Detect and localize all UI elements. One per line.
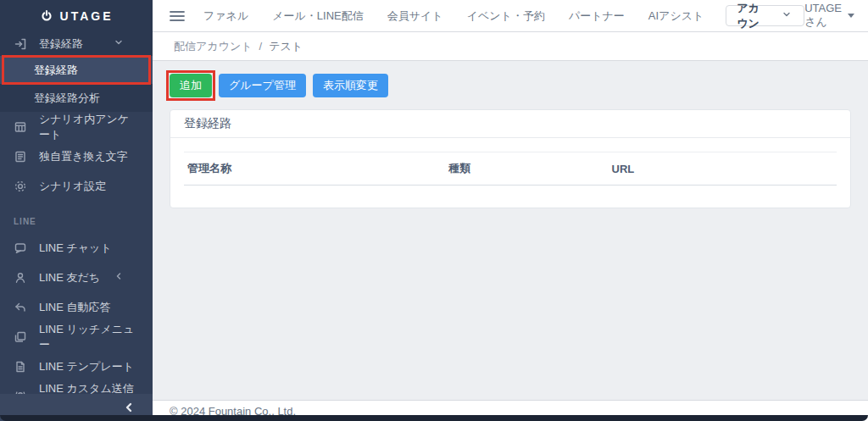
chevron-down-icon	[782, 9, 795, 23]
sidebar-item-line-rich-menu[interactable]: LINE リッチメニュー	[0, 322, 153, 352]
sidebar-item-line-chat[interactable]: LINE チャット	[0, 233, 153, 263]
nav-link-funnel[interactable]: ファネル	[203, 8, 248, 24]
sidebar-item-registration-route[interactable]: 登録経路	[0, 32, 153, 56]
sidebar-item-scenario-settings[interactable]: シナリオ設定	[0, 171, 153, 201]
app-window: UTAGE 登録経路 登録経路 登録経路分析	[0, 0, 868, 421]
sidebar-subitem-label: 登録経路分析	[34, 91, 100, 106]
caret-down-icon	[848, 14, 854, 18]
registration-route-table: 管理名称 種類 URL	[184, 152, 837, 186]
breadcrumb: 配信アカウント / テスト	[153, 32, 868, 61]
person-icon	[14, 271, 27, 285]
sidebar-item-scenario-survey[interactable]: シナリオ内アンケート	[0, 112, 153, 141]
layers-icon	[14, 330, 27, 344]
sidebar-item-line-friends[interactable]: LINE 友だち	[0, 263, 153, 292]
nav-link-ai-assist[interactable]: AIアシスト	[648, 8, 704, 24]
sidebar-subitem-registration-route[interactable]: 登録経路	[0, 56, 153, 84]
window-bottom-edge	[0, 415, 868, 421]
document-text-icon	[14, 150, 27, 163]
entry-icon	[14, 37, 27, 51]
main-area: ファネル メール・LINE配信 会員サイト イベント・予約 パートナー AIアシ…	[153, 0, 868, 421]
user-name: UTAGE さん	[804, 2, 842, 30]
sidebar-subitem-registration-route-analysis[interactable]: 登録経路分析	[0, 84, 153, 112]
nav-group-registration: 登録経路 登録経路 登録経路分析	[0, 32, 153, 112]
card-body: 管理名称 種類 URL	[170, 138, 850, 208]
group-manage-button[interactable]: グループ管理	[219, 74, 306, 97]
top-navbar: ファネル メール・LINE配信 会員サイト イベント・予約 パートナー AIアシ…	[153, 0, 868, 32]
gear-icon	[14, 180, 27, 193]
sidebar-subitem-label: 登録経路	[34, 63, 78, 78]
nav-link-event-booking[interactable]: イベント・予約	[467, 8, 545, 24]
reply-arrow-icon	[14, 301, 27, 314]
brand[interactable]: UTAGE	[0, 0, 153, 32]
sidebar-item-label: LINE チャット	[39, 241, 112, 256]
add-button[interactable]: 追加	[170, 74, 212, 97]
nav-link-member-site[interactable]: 会員サイト	[387, 8, 443, 24]
column-header-type: 種類	[445, 152, 609, 186]
chat-bubble-icon	[14, 241, 27, 255]
user-menu[interactable]: UTAGE さん	[804, 2, 854, 30]
utage-logo-icon	[40, 9, 53, 23]
registration-route-card: 登録経路 管理名称 種類 URL	[170, 109, 851, 208]
card-title: 登録経路	[170, 110, 850, 138]
table-icon	[14, 120, 27, 134]
column-header-url: URL	[609, 152, 837, 186]
sidebar-item-label: 登録経路	[39, 36, 83, 52]
sidebar-item-label: LINE 自動応答	[39, 300, 111, 315]
sidebar-item-label: シナリオ設定	[39, 179, 106, 194]
hamburger-menu-icon[interactable]	[170, 10, 185, 22]
document-icon	[14, 360, 27, 374]
sidebar: UTAGE 登録経路 登録経路 登録経路分析	[0, 0, 153, 421]
reorder-button[interactable]: 表示順変更	[313, 74, 388, 97]
brand-name: UTAGE	[60, 9, 114, 23]
nav-link-mail-line[interactable]: メール・LINE配信	[272, 8, 364, 24]
sidebar-item-label: LINE リッチメニュー	[39, 322, 139, 352]
nav-link-partner[interactable]: パートナー	[569, 8, 625, 24]
breadcrumb-current: テスト	[269, 39, 303, 54]
page-content: 追加 グループ管理 表示順変更 登録経路 管理名称 種類 URL	[153, 61, 868, 400]
sidebar-section-line: LINE	[0, 201, 153, 233]
sidebar-item-label: LINE テンプレート	[39, 359, 134, 374]
account-select[interactable]: 配信アカウント	[726, 5, 804, 26]
chevron-left-icon	[122, 401, 136, 414]
sidebar-item-label: LINE 友だち	[39, 270, 100, 285]
breadcrumb-separator: /	[259, 40, 263, 53]
column-header-name: 管理名称	[184, 152, 445, 186]
sidebar-item-line-auto-reply[interactable]: LINE 自動応答	[0, 292, 153, 322]
toolbar: 追加 グループ管理 表示順変更	[170, 74, 851, 97]
sidebar-item-replacement-text[interactable]: 独自置き換え文字	[0, 141, 153, 171]
sidebar-item-label: シナリオ内アンケート	[39, 112, 139, 142]
sidebar-item-label: 独自置き換え文字	[39, 149, 128, 164]
table-header-row: 管理名称 種類 URL	[184, 152, 837, 186]
chevron-left-icon	[114, 271, 127, 285]
sidebar-item-line-template[interactable]: LINE テンプレート	[0, 352, 153, 381]
breadcrumb-parent[interactable]: 配信アカウント	[174, 39, 253, 54]
chevron-down-icon	[114, 37, 127, 51]
top-nav-links: ファネル メール・LINE配信 会員サイト イベント・予約 パートナー AIアシ…	[203, 8, 704, 24]
